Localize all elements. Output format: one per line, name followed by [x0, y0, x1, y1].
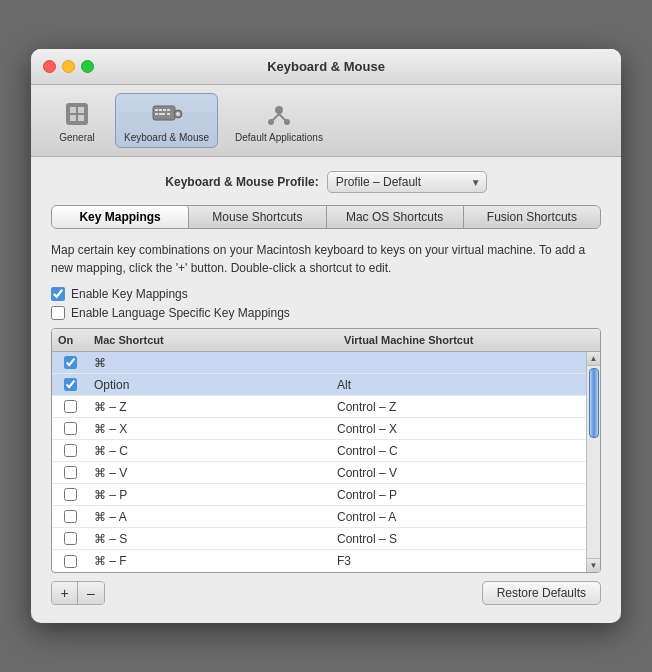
toolbar: General Keyboard & Mouse [31, 85, 621, 157]
row-mac-0: ⌘ [88, 354, 331, 372]
row-check-5[interactable] [52, 464, 88, 481]
row-check-3[interactable] [52, 420, 88, 437]
default-apps-icon [263, 98, 295, 130]
add-remove-buttons: + – [51, 581, 105, 605]
description-text: Map certain key combinations on your Mac… [51, 241, 601, 277]
window-title: Keyboard & Mouse [267, 59, 385, 74]
svg-point-18 [268, 119, 274, 125]
col-on: On [52, 332, 88, 348]
row-check-8[interactable] [52, 530, 88, 547]
toolbar-keyboard-label: Keyboard & Mouse [124, 132, 209, 143]
profile-select-wrapper: Profile – Default ▼ [327, 171, 487, 193]
svg-rect-2 [78, 107, 84, 113]
col-vm: Virtual Machine Shortcut [338, 332, 588, 348]
row-vm-6: Control – P [331, 486, 574, 504]
row-check-9[interactable] [52, 553, 88, 570]
svg-rect-10 [155, 113, 158, 115]
window-controls [43, 60, 94, 73]
toolbar-general-label: General [59, 132, 95, 143]
tab-fusion-shortcuts[interactable]: Fusion Shortcuts [464, 206, 600, 228]
row-vm-0 [331, 361, 574, 365]
row-vm-3: Control – X [331, 420, 574, 438]
add-button[interactable]: + [52, 582, 78, 604]
svg-rect-11 [159, 113, 165, 115]
table-row[interactable]: ⌘ – S Control – S [52, 528, 586, 550]
scrollbar-track [587, 366, 600, 558]
enable-language-specific-checkbox[interactable] [51, 306, 65, 320]
svg-rect-3 [70, 115, 76, 121]
profile-row: Keyboard & Mouse Profile: Profile – Defa… [51, 171, 601, 193]
tab-bar: Key Mappings Mouse Shortcuts Mac OS Shor… [51, 205, 601, 229]
svg-rect-7 [159, 109, 162, 111]
profile-label: Keyboard & Mouse Profile: [165, 175, 318, 189]
svg-rect-0 [66, 103, 88, 125]
profile-dropdown[interactable]: Profile – Default [327, 171, 487, 193]
table-row[interactable]: ⌘ – F F3 [52, 550, 586, 572]
svg-rect-1 [70, 107, 76, 113]
scrollbar-down-button[interactable]: ▼ [587, 558, 601, 572]
row-vm-9: F3 [331, 552, 574, 570]
row-check-0[interactable] [52, 354, 88, 371]
row-vm-1: Alt [331, 376, 574, 394]
table-row[interactable]: ⌘ – V Control – V [52, 462, 586, 484]
row-mac-7: ⌘ – A [88, 508, 331, 526]
table-row[interactable]: ⌘ – P Control – P [52, 484, 586, 506]
table-row[interactable]: ⌘ – Z Control – Z [52, 396, 586, 418]
general-icon [61, 98, 93, 130]
enable-key-mappings-row: Enable Key Mappings [51, 287, 601, 301]
enable-language-specific-row: Enable Language Specific Key Mappings [51, 306, 601, 320]
table-row[interactable]: ⌘ – A Control – A [52, 506, 586, 528]
table-row[interactable]: Option Alt [52, 374, 586, 396]
row-vm-8: Control – S [331, 530, 574, 548]
svg-rect-8 [163, 109, 166, 111]
svg-rect-4 [78, 115, 84, 121]
tab-macos-shortcuts[interactable]: Mac OS Shortcuts [327, 206, 464, 228]
row-check-4[interactable] [52, 442, 88, 459]
enable-language-specific-label: Enable Language Specific Key Mappings [71, 306, 290, 320]
svg-rect-9 [167, 109, 170, 111]
enable-key-mappings-checkbox[interactable] [51, 287, 65, 301]
titlebar: Keyboard & Mouse [31, 49, 621, 85]
keyboard-mouse-icon [151, 98, 183, 130]
svg-point-15 [275, 106, 283, 114]
main-window: Keyboard & Mouse General [31, 49, 621, 623]
minimize-button[interactable] [62, 60, 75, 73]
row-mac-6: ⌘ – P [88, 486, 331, 504]
table-rows: ⌘ Option Alt ⌘ – Z Co [52, 352, 586, 572]
toolbar-apps-label: Default Applications [235, 132, 323, 143]
row-vm-4: Control – C [331, 442, 574, 460]
row-vm-2: Control – Z [331, 398, 574, 416]
zoom-button[interactable] [81, 60, 94, 73]
row-mac-9: ⌘ – F [88, 552, 331, 570]
bottom-bar: + – Restore Defaults [51, 573, 601, 609]
svg-rect-12 [167, 113, 170, 115]
scrollbar[interactable]: ▲ ▼ [586, 352, 600, 572]
svg-rect-6 [155, 109, 158, 111]
row-mac-4: ⌘ – C [88, 442, 331, 460]
row-check-7[interactable] [52, 508, 88, 525]
remove-button[interactable]: – [78, 582, 104, 604]
enable-key-mappings-label: Enable Key Mappings [71, 287, 188, 301]
content-area: Keyboard & Mouse Profile: Profile – Defa… [31, 157, 621, 623]
tab-key-mappings[interactable]: Key Mappings [52, 206, 189, 228]
table-header: On Mac Shortcut Virtual Machine Shortcut [52, 329, 600, 352]
scrollbar-thumb[interactable] [589, 368, 599, 438]
row-check-2[interactable] [52, 398, 88, 415]
row-check-1[interactable] [52, 376, 88, 393]
row-check-6[interactable] [52, 486, 88, 503]
table-row[interactable]: ⌘ – C Control – C [52, 440, 586, 462]
scrollbar-up-button[interactable]: ▲ [587, 352, 601, 366]
table-body-wrapper: ⌘ Option Alt ⌘ – Z Co [52, 352, 600, 572]
svg-point-19 [284, 119, 290, 125]
table-row[interactable]: ⌘ – X Control – X [52, 418, 586, 440]
tab-mouse-shortcuts[interactable]: Mouse Shortcuts [189, 206, 326, 228]
toolbar-item-keyboard-mouse[interactable]: Keyboard & Mouse [115, 93, 218, 148]
close-button[interactable] [43, 60, 56, 73]
svg-point-14 [176, 112, 180, 116]
toolbar-item-default-apps[interactable]: Default Applications [226, 93, 332, 148]
table-row[interactable]: ⌘ [52, 352, 586, 374]
toolbar-item-general[interactable]: General [47, 93, 107, 148]
restore-defaults-button[interactable]: Restore Defaults [482, 581, 601, 605]
col-scroll [588, 332, 600, 348]
row-vm-5: Control – V [331, 464, 574, 482]
